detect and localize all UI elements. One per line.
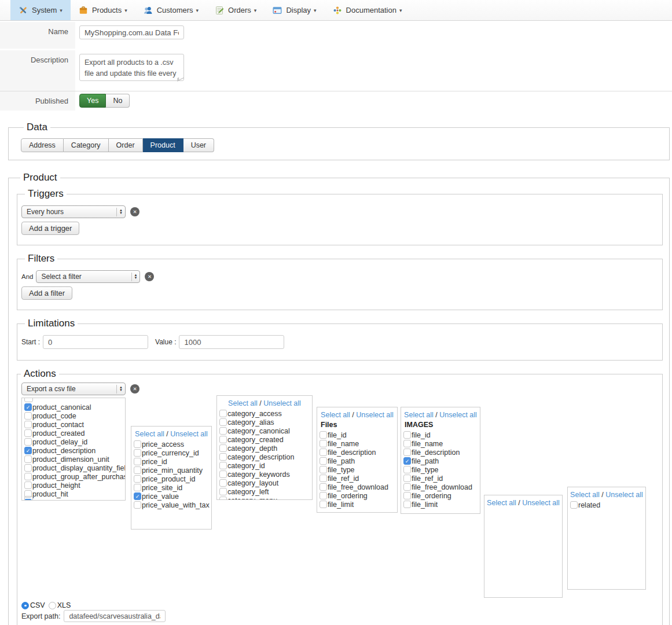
checkbox-product_description[interactable]: [24, 447, 32, 454]
checkbox-file_description[interactable]: [403, 448, 411, 456]
checkbox-product_dimension_unit[interactable]: [24, 455, 32, 463]
checkbox-file_ref_id[interactable]: [320, 475, 327, 482]
checkbox-file_limit[interactable]: [320, 501, 327, 508]
unselect-all-link[interactable]: Unselect all: [605, 491, 643, 499]
checkbox-price_product_id[interactable]: [134, 475, 141, 483]
checkbox-product_group_after_purchase[interactable]: [24, 473, 32, 480]
checkbox-category_created[interactable]: [219, 436, 227, 443]
checkbox-file_name[interactable]: [403, 440, 411, 447]
checkbox-product_id[interactable]: [24, 499, 32, 501]
checkbox-category_keywords[interactable]: [219, 470, 227, 478]
checkbox-file_name[interactable]: [320, 440, 327, 447]
select-all-link[interactable]: Select all: [228, 399, 258, 407]
unselect-all-link[interactable]: Unselect all: [170, 430, 208, 438]
checkbox-category_depth[interactable]: [219, 444, 227, 452]
tab-product[interactable]: Product: [143, 138, 183, 152]
nav-item-orders[interactable]: Orders▾: [207, 0, 265, 20]
checkbox-label: file_ref_id: [328, 475, 359, 483]
checkbox-category_alias[interactable]: [219, 418, 227, 426]
remove-trigger-icon[interactable]: [130, 207, 139, 216]
checkbox-product_delay_id[interactable]: [24, 438, 32, 446]
checkbox-file_free_download[interactable]: [403, 483, 411, 491]
checkbox-product_hit[interactable]: [24, 490, 32, 498]
field-option-file_ordering: file_ordering: [320, 491, 395, 500]
nav-item-documentation[interactable]: Documentation▾: [325, 0, 410, 20]
checkbox-file_path[interactable]: [403, 457, 411, 465]
checkbox-label: file_free_download: [412, 483, 472, 491]
unselect-all-link[interactable]: Unselect all: [356, 411, 394, 419]
tab-category[interactable]: Category: [64, 138, 109, 152]
action-select[interactable]: Export a csv file: [21, 383, 126, 395]
unselect-all-link[interactable]: Unselect all: [522, 499, 560, 507]
select-all-link[interactable]: Select all: [321, 411, 350, 419]
nav-item-system[interactable]: System▾: [10, 0, 71, 20]
checkbox-price_access[interactable]: [134, 440, 141, 448]
checkbox-category_id[interactable]: [219, 462, 227, 469]
add-trigger-button[interactable]: Add a trigger: [21, 222, 79, 235]
checkbox-category_left[interactable]: [219, 488, 227, 495]
unselect-all-link[interactable]: Unselect all: [263, 399, 301, 407]
checkbox-related[interactable]: [570, 501, 578, 509]
remove-filter-icon[interactable]: [145, 272, 154, 281]
checkbox-file_id[interactable]: [320, 431, 327, 439]
tab-user[interactable]: User: [183, 138, 214, 152]
tab-address[interactable]: Address: [21, 138, 64, 152]
tab-order[interactable]: Order: [109, 138, 143, 152]
nav-item-products[interactable]: Products▾: [71, 0, 135, 20]
checkbox-file_free_download[interactable]: [320, 483, 327, 491]
checkbox-price_value_with_tax[interactable]: [134, 501, 141, 509]
select-all-link[interactable]: Select all: [404, 411, 434, 419]
checkbox-price_min_quantity[interactable]: [134, 466, 141, 474]
checkbox-file_path[interactable]: [320, 457, 327, 465]
field-option-category_menu: category_menu: [219, 496, 310, 500]
checkbox-price_id[interactable]: [134, 458, 141, 465]
value-input[interactable]: [179, 335, 284, 349]
field-list-extra: Select all / Unselect all: [484, 495, 563, 598]
checkbox-file_limit[interactable]: [403, 501, 411, 508]
select-all-link[interactable]: Select all: [570, 491, 600, 499]
checkbox-file_ordering[interactable]: [403, 492, 411, 499]
checkbox-file_ordering[interactable]: [320, 492, 327, 499]
checkbox-product_height[interactable]: [24, 481, 32, 489]
checkbox-product_contact[interactable]: [24, 421, 32, 428]
add-filter-button[interactable]: Add a filter: [21, 286, 72, 300]
checkbox-file_type[interactable]: [320, 466, 327, 473]
trigger-select[interactable]: Every hours: [21, 205, 126, 218]
select-all-link[interactable]: Select all: [135, 430, 164, 438]
description-input[interactable]: Export all products to a .csv file and u…: [79, 54, 184, 81]
export-path-input[interactable]: [64, 610, 166, 622]
checkbox-price_currency_id[interactable]: [134, 449, 141, 457]
action-select-value: Export a csv file: [27, 385, 116, 393]
xls-radio[interactable]: [49, 602, 56, 609]
checkbox-product_created[interactable]: [24, 429, 32, 437]
checkbox-product_display_quantity_field[interactable]: [24, 464, 32, 472]
nav-item-customers[interactable]: Customers▾: [135, 0, 207, 20]
checkbox-category_access[interactable]: [219, 410, 227, 417]
checkbox-category_menu[interactable]: [219, 497, 227, 500]
checkbox-category_layout[interactable]: [219, 479, 227, 487]
filter-select[interactable]: Select a filter: [36, 270, 140, 283]
checkbox-product_code[interactable]: [24, 412, 32, 420]
checkbox-category_canonical[interactable]: [219, 427, 227, 435]
remove-action-icon[interactable]: [130, 384, 139, 394]
checkbox-category_description[interactable]: [219, 453, 227, 461]
checkbox-file_type[interactable]: [403, 466, 411, 473]
checkbox-price_value[interactable]: [134, 492, 141, 500]
checkbox-file_ref_id[interactable]: [403, 475, 411, 482]
link-separator: /: [164, 430, 170, 438]
select-all-link[interactable]: Select all: [487, 499, 516, 507]
unselect-all-link[interactable]: Unselect all: [439, 411, 477, 419]
checkbox-label: category_access: [227, 410, 282, 418]
published-yes-button[interactable]: Yes: [79, 94, 106, 108]
checkbox-file_description[interactable]: [320, 448, 327, 456]
start-input[interactable]: [43, 335, 148, 349]
field-option-file_ref_id: file_ref_id: [320, 474, 395, 483]
checkbox-label: price_site_id: [142, 484, 182, 492]
csv-radio[interactable]: [21, 602, 29, 609]
checkbox-file_id[interactable]: [403, 431, 411, 439]
name-input[interactable]: [79, 25, 184, 39]
checkbox-price_site_id[interactable]: [134, 484, 141, 491]
nav-item-display[interactable]: Display▾: [265, 0, 324, 20]
published-no-button[interactable]: No: [106, 94, 130, 108]
checkbox-product_canonical[interactable]: [24, 403, 32, 411]
